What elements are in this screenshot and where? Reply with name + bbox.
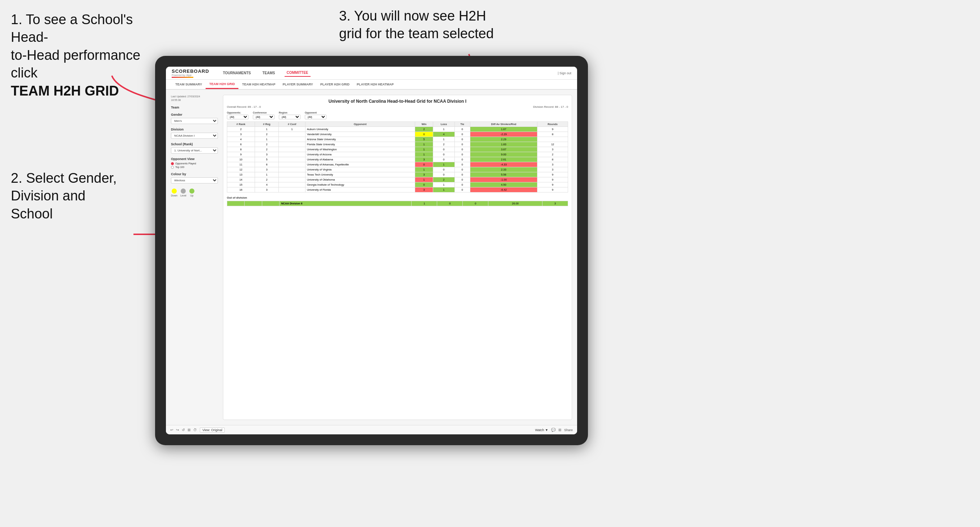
cell-tie: 0 (455, 162, 470, 167)
last-updated: Last Updated: 27/03/2024 16:55:38 (171, 95, 218, 102)
school-select[interactable]: 1. University of Nort... (171, 148, 218, 154)
toolbar-icon2[interactable]: ⊞ (558, 428, 561, 432)
app-nav: SCOREBOARD Powered by clippi TOURNAMENTS… (166, 67, 577, 80)
out-div-name: NCAA Division II (280, 201, 412, 206)
cell-diff: 5.56 (470, 172, 538, 177)
top-100-radio[interactable]: Top 100 (171, 166, 218, 169)
division-section: Division NCAA Division I NCAA Division I… (171, 128, 218, 139)
cell-conf (279, 183, 305, 187)
opponents-played-radio[interactable]: Opponents Played (171, 162, 218, 165)
overall-record: Overall Record: 89 - 17 - 0 (227, 105, 261, 108)
opponent-filter-select[interactable]: (All) (305, 114, 326, 119)
col-opponent: Opponent (305, 122, 415, 127)
cell-conf (279, 177, 305, 183)
region-filter-select[interactable]: (All) (279, 114, 301, 119)
cell-conf (279, 162, 305, 167)
cell-loss: 0 (433, 172, 455, 177)
cell-win: 3 (415, 187, 433, 192)
cell-opponent: University of Florida (305, 187, 415, 192)
toolbar-undo[interactable]: ↩ (170, 428, 173, 432)
cell-tie: 0 (455, 142, 470, 147)
toolbar-redo[interactable]: ↪ (176, 428, 179, 432)
sub-nav: TEAM SUMMARY TEAM H2H GRID TEAM H2H HEAT… (166, 80, 577, 90)
table-row: 8 2 University of Washington 1 0 0 3.67 … (227, 147, 568, 152)
legend-level-label: Level (180, 194, 186, 197)
toolbar-view[interactable]: View: Original (200, 427, 225, 433)
last-updated-time: 16:55:38 (171, 99, 181, 101)
annotation-1-line1: 1. To see a School's Head- (11, 12, 133, 45)
cell-reg: 2 (255, 132, 279, 137)
cell-rank: 4 (227, 137, 255, 142)
toolbar: ↩ ↪ ↺ ⊞ ⏱ View: Original Watch ▼ 💬 ⊞ Sha… (166, 425, 577, 434)
toolbar-zoom[interactable]: ⊞ (188, 428, 191, 432)
cell-rounds: 12 (538, 142, 568, 147)
cell-opponent: University of Arizona (305, 152, 415, 157)
col-tie: Tie (455, 122, 470, 127)
cell-rank: 10 (227, 157, 255, 162)
cell-reg: 3 (255, 152, 279, 157)
cell-tie: 0 (455, 147, 470, 152)
logo: SCOREBOARD Powered by clippi (172, 68, 209, 78)
nav-committee[interactable]: COMMITTEE (285, 69, 310, 77)
cell-rounds: 9 (538, 127, 568, 132)
toolbar-time[interactable]: ⏱ (193, 428, 197, 432)
out-div-tie: 0 (463, 201, 488, 206)
opponent-view-radio-group: Opponents Played Top 100 (171, 162, 218, 169)
opponents-filter: Opponents: (All) (227, 111, 248, 119)
toolbar-refresh[interactable]: ↺ (182, 428, 185, 432)
out-div-diff: 26.00 (488, 201, 542, 206)
cell-opponent: University of Oklahoma (305, 177, 415, 183)
cell-reg: 2 (255, 177, 279, 183)
school-section: School (Rank) 1. University of Nort... (171, 142, 218, 154)
h2h-table: # Rank # Reg # Conf Opponent Win Loss Ti… (227, 121, 568, 192)
sub-nav-player-h2h-heatmap[interactable]: PLAYER H2H HEATMAP (353, 80, 398, 89)
toolbar-icon1[interactable]: 💬 (551, 428, 555, 432)
opponents-filter-select[interactable]: (All) (227, 114, 248, 119)
cell-opponent: University of Virginia (305, 167, 415, 172)
cell-tie: 0 (455, 137, 470, 142)
nav-tournaments[interactable]: TOURNAMENTS (221, 70, 253, 76)
colour-by-select[interactable]: Win/loss (171, 177, 218, 184)
out-of-division-label: Out of division (227, 196, 568, 199)
toolbar-watch[interactable]: Watch ▼ (535, 428, 548, 432)
records-row: Overall Record: 89 - 17 - 0 Division Rec… (227, 105, 568, 108)
table-row: 15 4 Georgia Institute of Technology 0 1… (227, 183, 568, 187)
conference-filter-select[interactable]: (All) (253, 114, 275, 119)
division-select[interactable]: NCAA Division I NCAA Division II (171, 133, 218, 139)
out-div-row: NCAA Division II 1 0 0 26.00 3 (227, 201, 568, 206)
legend-level-circle (181, 189, 186, 194)
cell-win: 0 (415, 162, 433, 167)
cell-loss: 2 (433, 177, 455, 183)
cell-rank: 11 (227, 162, 255, 167)
toolbar-share[interactable]: Share (564, 428, 573, 432)
cell-win: 1 (415, 147, 433, 152)
colour-by-label: Colour by (171, 172, 218, 176)
cell-opponent: Florida State University (305, 142, 415, 147)
table-row: 3 2 Vanderbilt University 0 4 0 -2.29 8 (227, 132, 568, 137)
team-section: Team (171, 106, 218, 109)
cell-diff: -1.00 (470, 177, 538, 183)
gender-select[interactable]: Men's Women's (171, 118, 218, 124)
sub-nav-team-h2h-grid[interactable]: TEAM H2H GRID (205, 80, 239, 89)
opponent-view-label: Opponent View (171, 157, 218, 161)
sub-nav-player-h2h-grid[interactable]: PLAYER H2H GRID (317, 80, 353, 89)
cell-opponent: University of Arkansas, Fayetteville (305, 162, 415, 167)
cell-loss: 0 (433, 147, 455, 152)
sub-nav-player-summary[interactable]: PLAYER SUMMARY (279, 80, 317, 89)
opponents-played-dot (171, 162, 174, 165)
cell-diff: 2.29 (470, 137, 538, 142)
cell-tie: 0 (455, 157, 470, 162)
cell-reg: 2 (255, 147, 279, 152)
cell-rank: 8 (227, 147, 255, 152)
sub-nav-team-summary[interactable]: TEAM SUMMARY (172, 80, 205, 89)
cell-rank: 2 (227, 127, 255, 132)
conference-filter: Conference (All) (253, 111, 275, 119)
cell-loss: 1 (433, 183, 455, 187)
table-row: 14 2 University of Oklahoma 1 2 0 -1.00 … (227, 177, 568, 183)
opponents-played-label: Opponents Played (175, 162, 196, 165)
sub-nav-team-h2h-heatmap[interactable]: TEAM H2H HEATMAP (239, 80, 279, 89)
cell-tie: 0 (455, 172, 470, 177)
sign-out[interactable]: | Sign out (558, 71, 571, 75)
col-conf: # Conf (279, 122, 305, 127)
nav-teams[interactable]: TEAMS (261, 70, 277, 76)
